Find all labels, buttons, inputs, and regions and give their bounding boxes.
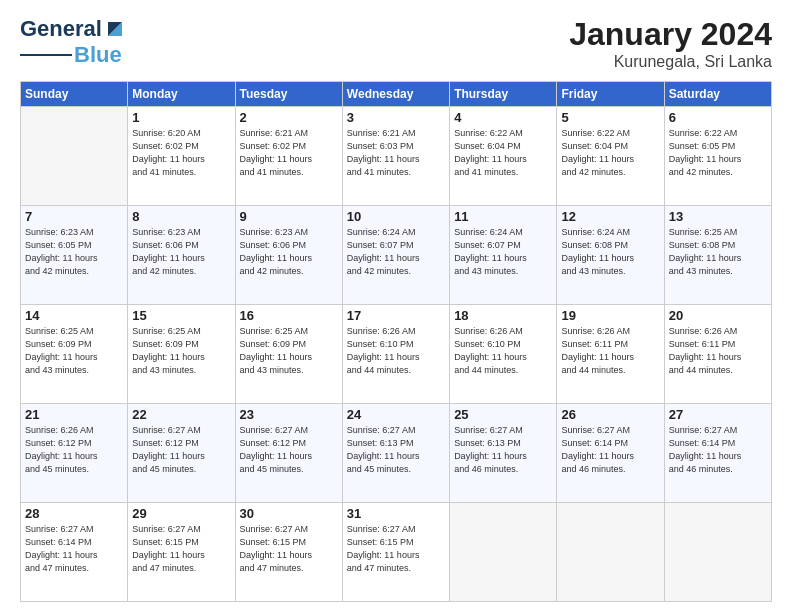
day-number: 23 (240, 407, 338, 422)
table-cell: 23Sunrise: 6:27 AMSunset: 6:12 PMDayligh… (235, 404, 342, 503)
day-number: 30 (240, 506, 338, 521)
table-cell: 13Sunrise: 6:25 AMSunset: 6:08 PMDayligh… (664, 206, 771, 305)
table-cell: 9Sunrise: 6:23 AMSunset: 6:06 PMDaylight… (235, 206, 342, 305)
week-row-3: 14Sunrise: 6:25 AMSunset: 6:09 PMDayligh… (21, 305, 772, 404)
logo-icon (104, 18, 126, 40)
week-row-2: 7Sunrise: 6:23 AMSunset: 6:05 PMDaylight… (21, 206, 772, 305)
day-number: 28 (25, 506, 123, 521)
day-number: 11 (454, 209, 552, 224)
day-info: Sunrise: 6:27 AMSunset: 6:12 PMDaylight:… (240, 424, 338, 476)
calendar-subtitle: Kurunegala, Sri Lanka (569, 53, 772, 71)
header: General Blue January 2024 Kurunegala, Sr… (20, 16, 772, 71)
day-number: 6 (669, 110, 767, 125)
table-cell: 29Sunrise: 6:27 AMSunset: 6:15 PMDayligh… (128, 503, 235, 602)
day-number: 15 (132, 308, 230, 323)
day-number: 21 (25, 407, 123, 422)
day-info: Sunrise: 6:27 AMSunset: 6:15 PMDaylight:… (347, 523, 445, 575)
day-info: Sunrise: 6:27 AMSunset: 6:15 PMDaylight:… (132, 523, 230, 575)
day-number: 17 (347, 308, 445, 323)
day-info: Sunrise: 6:22 AMSunset: 6:04 PMDaylight:… (454, 127, 552, 179)
col-thursday: Thursday (450, 82, 557, 107)
table-cell: 15Sunrise: 6:25 AMSunset: 6:09 PMDayligh… (128, 305, 235, 404)
table-cell (21, 107, 128, 206)
day-info: Sunrise: 6:26 AMSunset: 6:10 PMDaylight:… (347, 325, 445, 377)
day-info: Sunrise: 6:24 AMSunset: 6:08 PMDaylight:… (561, 226, 659, 278)
table-cell: 17Sunrise: 6:26 AMSunset: 6:10 PMDayligh… (342, 305, 449, 404)
day-number: 26 (561, 407, 659, 422)
table-cell: 25Sunrise: 6:27 AMSunset: 6:13 PMDayligh… (450, 404, 557, 503)
table-cell: 22Sunrise: 6:27 AMSunset: 6:12 PMDayligh… (128, 404, 235, 503)
day-info: Sunrise: 6:23 AMSunset: 6:06 PMDaylight:… (132, 226, 230, 278)
logo: General Blue (20, 16, 126, 68)
table-cell: 10Sunrise: 6:24 AMSunset: 6:07 PMDayligh… (342, 206, 449, 305)
day-number: 25 (454, 407, 552, 422)
day-info: Sunrise: 6:27 AMSunset: 6:14 PMDaylight:… (669, 424, 767, 476)
day-number: 29 (132, 506, 230, 521)
day-info: Sunrise: 6:21 AMSunset: 6:02 PMDaylight:… (240, 127, 338, 179)
col-friday: Friday (557, 82, 664, 107)
table-cell: 11Sunrise: 6:24 AMSunset: 6:07 PMDayligh… (450, 206, 557, 305)
col-wednesday: Wednesday (342, 82, 449, 107)
table-cell: 28Sunrise: 6:27 AMSunset: 6:14 PMDayligh… (21, 503, 128, 602)
day-info: Sunrise: 6:26 AMSunset: 6:11 PMDaylight:… (669, 325, 767, 377)
page: General Blue January 2024 Kurunegala, Sr… (0, 0, 792, 612)
table-cell: 16Sunrise: 6:25 AMSunset: 6:09 PMDayligh… (235, 305, 342, 404)
day-info: Sunrise: 6:27 AMSunset: 6:12 PMDaylight:… (132, 424, 230, 476)
day-number: 9 (240, 209, 338, 224)
calendar-table: Sunday Monday Tuesday Wednesday Thursday… (20, 81, 772, 602)
day-number: 10 (347, 209, 445, 224)
week-row-5: 28Sunrise: 6:27 AMSunset: 6:14 PMDayligh… (21, 503, 772, 602)
day-info: Sunrise: 6:27 AMSunset: 6:15 PMDaylight:… (240, 523, 338, 575)
col-monday: Monday (128, 82, 235, 107)
day-number: 12 (561, 209, 659, 224)
col-tuesday: Tuesday (235, 82, 342, 107)
day-number: 24 (347, 407, 445, 422)
day-info: Sunrise: 6:26 AMSunset: 6:11 PMDaylight:… (561, 325, 659, 377)
calendar-title: January 2024 (569, 16, 772, 53)
day-number: 22 (132, 407, 230, 422)
day-number: 27 (669, 407, 767, 422)
week-row-1: 1Sunrise: 6:20 AMSunset: 6:02 PMDaylight… (21, 107, 772, 206)
table-cell: 24Sunrise: 6:27 AMSunset: 6:13 PMDayligh… (342, 404, 449, 503)
day-info: Sunrise: 6:24 AMSunset: 6:07 PMDaylight:… (454, 226, 552, 278)
table-cell: 30Sunrise: 6:27 AMSunset: 6:15 PMDayligh… (235, 503, 342, 602)
day-info: Sunrise: 6:22 AMSunset: 6:05 PMDaylight:… (669, 127, 767, 179)
table-cell: 18Sunrise: 6:26 AMSunset: 6:10 PMDayligh… (450, 305, 557, 404)
day-number: 5 (561, 110, 659, 125)
table-cell: 26Sunrise: 6:27 AMSunset: 6:14 PMDayligh… (557, 404, 664, 503)
table-cell: 21Sunrise: 6:26 AMSunset: 6:12 PMDayligh… (21, 404, 128, 503)
table-cell: 5Sunrise: 6:22 AMSunset: 6:04 PMDaylight… (557, 107, 664, 206)
day-info: Sunrise: 6:27 AMSunset: 6:13 PMDaylight:… (454, 424, 552, 476)
day-number: 16 (240, 308, 338, 323)
day-info: Sunrise: 6:27 AMSunset: 6:13 PMDaylight:… (347, 424, 445, 476)
table-cell: 7Sunrise: 6:23 AMSunset: 6:05 PMDaylight… (21, 206, 128, 305)
day-number: 7 (25, 209, 123, 224)
day-info: Sunrise: 6:26 AMSunset: 6:12 PMDaylight:… (25, 424, 123, 476)
table-cell: 20Sunrise: 6:26 AMSunset: 6:11 PMDayligh… (664, 305, 771, 404)
day-number: 2 (240, 110, 338, 125)
week-row-4: 21Sunrise: 6:26 AMSunset: 6:12 PMDayligh… (21, 404, 772, 503)
logo-general: General (20, 16, 102, 42)
table-cell: 8Sunrise: 6:23 AMSunset: 6:06 PMDaylight… (128, 206, 235, 305)
table-cell: 4Sunrise: 6:22 AMSunset: 6:04 PMDaylight… (450, 107, 557, 206)
day-number: 4 (454, 110, 552, 125)
day-info: Sunrise: 6:23 AMSunset: 6:06 PMDaylight:… (240, 226, 338, 278)
table-cell: 2Sunrise: 6:21 AMSunset: 6:02 PMDaylight… (235, 107, 342, 206)
day-info: Sunrise: 6:23 AMSunset: 6:05 PMDaylight:… (25, 226, 123, 278)
day-info: Sunrise: 6:25 AMSunset: 6:09 PMDaylight:… (132, 325, 230, 377)
col-saturday: Saturday (664, 82, 771, 107)
table-cell (557, 503, 664, 602)
day-number: 20 (669, 308, 767, 323)
day-number: 31 (347, 506, 445, 521)
table-cell: 1Sunrise: 6:20 AMSunset: 6:02 PMDaylight… (128, 107, 235, 206)
logo-blue: Blue (74, 42, 122, 68)
day-info: Sunrise: 6:25 AMSunset: 6:08 PMDaylight:… (669, 226, 767, 278)
table-cell: 31Sunrise: 6:27 AMSunset: 6:15 PMDayligh… (342, 503, 449, 602)
table-cell: 19Sunrise: 6:26 AMSunset: 6:11 PMDayligh… (557, 305, 664, 404)
day-number: 18 (454, 308, 552, 323)
title-block: January 2024 Kurunegala, Sri Lanka (569, 16, 772, 71)
table-cell: 12Sunrise: 6:24 AMSunset: 6:08 PMDayligh… (557, 206, 664, 305)
logo-line (20, 54, 72, 57)
table-cell (450, 503, 557, 602)
table-cell: 6Sunrise: 6:22 AMSunset: 6:05 PMDaylight… (664, 107, 771, 206)
